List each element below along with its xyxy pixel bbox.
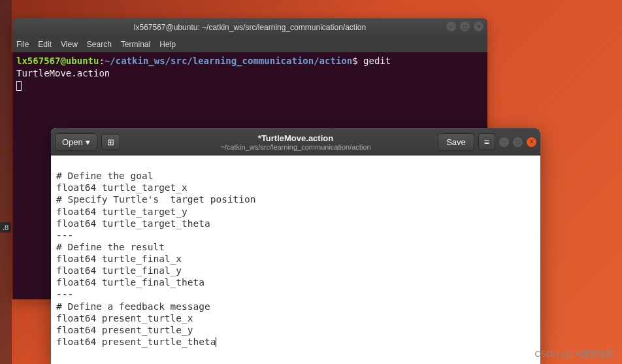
watermark: CSDN @LX很爱吃葱 [534, 348, 614, 360]
menu-terminal[interactable]: Terminal [121, 40, 150, 49]
code-line: float64 present_turtle_y [56, 325, 193, 335]
terminal-titlebar[interactable]: lx567567@ubuntu: ~/catkin_ws/src/learnin… [12, 18, 487, 37]
minimize-button[interactable]: – [446, 22, 456, 31]
code-line: float64 turtle_target_x [56, 182, 188, 193]
code-line: float64 turtle_final_y [56, 265, 182, 276]
code-line: --- [56, 230, 73, 240]
prompt-user: lx567567@ubuntu [16, 56, 99, 66]
code-line: # Define the goal [56, 171, 153, 181]
code-line: float64 present_turtle_x [56, 313, 193, 323]
text-cursor [216, 337, 216, 347]
code-line: float64 turtle_final_theta [56, 277, 205, 288]
save-button[interactable]: Save [438, 133, 474, 151]
gedit-minimize-button[interactable]: – [499, 137, 509, 147]
gedit-header-right: Save ≡ – ◻ ✕ [438, 133, 536, 151]
new-document-icon: ⊞ [107, 137, 114, 147]
new-document-button[interactable]: ⊞ [101, 134, 120, 150]
hamburger-icon: ≡ [484, 137, 489, 147]
code-line: float64 present_turtle_theta [56, 337, 216, 347]
menu-edit[interactable]: Edit [38, 40, 52, 49]
gedit-maximize-button[interactable]: ◻ [513, 137, 523, 147]
terminal-cursor [16, 81, 22, 91]
code-line: --- [56, 289, 73, 299]
open-label: Open [62, 137, 83, 147]
launcher-badge: .8 [0, 222, 11, 233]
window-controls: – ◻ ✕ [446, 22, 483, 31]
code-line: float64 turtle_target_y [56, 207, 188, 217]
chevron-down-icon: ▾ [86, 137, 90, 147]
gedit-headerbar[interactable]: Open ▾ ⊞ *TurtleMove.action ~/catkin_ws/… [51, 128, 540, 156]
code-line: float64 turtle_target_theta [56, 218, 210, 229]
maximize-button[interactable]: ◻ [460, 22, 470, 31]
prompt-path: ~/catkin_ws/src/learning_communication/a… [105, 56, 352, 66]
prompt-sep2: $ [352, 56, 357, 66]
menu-view[interactable]: View [61, 40, 78, 49]
gedit-close-button[interactable]: ✕ [527, 137, 536, 147]
menu-file[interactable]: File [16, 40, 29, 49]
code-line: # Define the result [56, 242, 165, 252]
close-button[interactable]: ✕ [474, 22, 483, 31]
code-line: # Specify Turtle's target position [56, 194, 256, 205]
gedit-text-area[interactable]: # Define the goal float64 turtle_target_… [51, 156, 540, 364]
open-button[interactable]: Open ▾ [55, 133, 97, 151]
terminal-menubar: File Edit View Search Terminal Help [12, 37, 487, 52]
gedit-window: Open ▾ ⊞ *TurtleMove.action ~/catkin_ws/… [51, 128, 540, 364]
menu-help[interactable]: Help [159, 40, 176, 49]
code-line: float64 turtle_final_x [56, 254, 182, 264]
menu-search[interactable]: Search [87, 40, 112, 49]
terminal-title: lx567567@ubuntu: ~/catkin_ws/src/learnin… [134, 23, 366, 32]
hamburger-menu-button[interactable]: ≡ [478, 133, 495, 150]
code-line: # Define a feedback message [56, 301, 210, 312]
launcher-bar: .8 [0, 0, 12, 364]
terminal-body[interactable]: lx567567@ubuntu:~/catkin_ws/src/learning… [12, 52, 487, 95]
prompt-sep1: : [99, 56, 104, 66]
